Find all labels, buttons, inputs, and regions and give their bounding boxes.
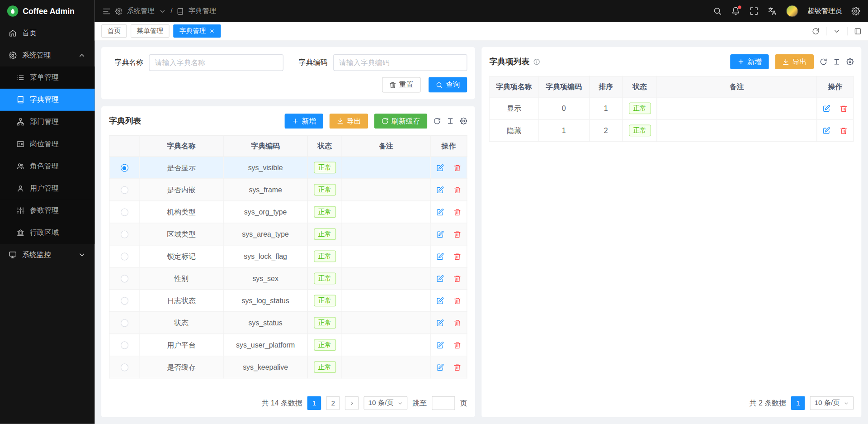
table-row[interactable]: 是否缓存 sys_keepalive 正常 — [109, 356, 467, 378]
delete-icon[interactable] — [840, 127, 848, 135]
table-row[interactable]: 区域类型 sys_area_type 正常 — [109, 223, 467, 245]
table-row[interactable]: 用户平台 sys_user_platform 正常 — [109, 334, 467, 356]
row-radio[interactable] — [120, 297, 128, 305]
chevron-down-icon[interactable] — [833, 28, 840, 35]
page-size-select[interactable]: 10 条/页 — [810, 396, 854, 410]
add-dict-item-button[interactable]: 新增 — [730, 54, 769, 69]
table-row[interactable]: 是否显示 sys_visible 正常 — [109, 157, 467, 179]
export-dict-items-button[interactable]: 导出 — [775, 54, 814, 69]
delete-icon[interactable] — [453, 297, 461, 305]
row-radio[interactable] — [120, 231, 128, 238]
row-radio[interactable] — [120, 364, 128, 372]
avatar[interactable] — [786, 5, 798, 17]
edit-icon[interactable] — [436, 297, 444, 305]
dict-name-input[interactable] — [149, 54, 283, 71]
refresh-icon[interactable] — [812, 28, 819, 35]
edit-icon[interactable] — [436, 164, 444, 172]
table-row[interactable]: 状态 sys_status 正常 — [109, 312, 467, 334]
tab-menu-management[interactable]: 菜单管理 — [131, 24, 170, 38]
notifications-button[interactable] — [731, 7, 740, 16]
layout-icon[interactable] — [854, 28, 861, 35]
collapse-sidebar-icon[interactable] — [103, 7, 111, 15]
edit-icon[interactable] — [436, 342, 444, 349]
sidebar-item-dept-management[interactable]: 部门管理 — [0, 111, 94, 133]
search-icon[interactable] — [713, 7, 722, 16]
table-row[interactable]: 锁定标记 sys_lock_flag 正常 — [109, 245, 467, 267]
sidebar-item-home[interactable]: 首页 — [0, 22, 94, 44]
sidebar-item-user-management[interactable]: 用户管理 — [0, 177, 94, 200]
page-button-1[interactable]: 1 — [307, 396, 321, 410]
remark-cell — [342, 179, 430, 201]
row-radio[interactable] — [120, 275, 128, 283]
fullscreen-icon[interactable] — [749, 7, 758, 16]
jump-page-input[interactable] — [432, 396, 455, 410]
edit-icon[interactable] — [436, 364, 444, 372]
sidebar-item-admin-region[interactable]: 行政区域 — [0, 222, 94, 244]
table-refresh-button[interactable] — [820, 58, 827, 66]
row-radio[interactable] — [120, 209, 128, 216]
edit-icon[interactable] — [436, 231, 444, 238]
row-radio[interactable] — [120, 186, 128, 194]
delete-icon[interactable] — [453, 275, 461, 283]
settings-gear-icon[interactable] — [851, 7, 860, 16]
translate-icon[interactable] — [768, 7, 777, 16]
dict-code-input[interactable] — [333, 54, 467, 71]
delete-icon[interactable] — [453, 319, 461, 327]
edit-icon[interactable] — [436, 209, 444, 216]
sidebar-item-menu-management[interactable]: 菜单管理 — [0, 67, 94, 89]
edit-icon[interactable] — [436, 186, 444, 194]
reset-button[interactable]: 重置 — [382, 77, 421, 92]
add-dict-button[interactable]: 新增 — [284, 114, 323, 129]
tab-dict-management[interactable]: 字典管理 — [173, 24, 221, 38]
breadcrumb-page[interactable]: 字典管理 — [189, 6, 216, 16]
tab-home[interactable]: 首页 — [101, 24, 127, 38]
table-settings-button[interactable] — [846, 58, 854, 66]
table-row[interactable]: 显示 0 1 正常 — [490, 97, 853, 119]
refresh-cache-button[interactable]: 刷新缓存 — [374, 114, 428, 129]
edit-icon[interactable] — [822, 127, 830, 135]
sidebar-item-role-management[interactable]: 角色管理 — [0, 155, 94, 177]
table-settings-button[interactable] — [460, 118, 467, 125]
export-dict-button[interactable]: 导出 — [330, 114, 368, 129]
username[interactable]: 超级管理员 — [807, 6, 842, 16]
breadcrumb-section[interactable]: 系统管理 — [127, 6, 154, 16]
edit-icon[interactable] — [822, 105, 830, 113]
list-icon — [17, 74, 24, 81]
delete-icon[interactable] — [453, 231, 461, 238]
table-row[interactable]: 性别 sys_sex 正常 — [109, 267, 467, 290]
edit-icon[interactable] — [436, 319, 444, 327]
query-button[interactable]: 查询 — [429, 77, 467, 92]
row-radio[interactable] — [120, 253, 128, 261]
sidebar-item-system-management[interactable]: 系统管理 — [0, 44, 94, 67]
row-radio[interactable] — [120, 164, 128, 172]
delete-icon[interactable] — [453, 253, 461, 261]
table-row[interactable]: 隐藏 1 2 正常 — [490, 119, 853, 142]
next-page-button[interactable] — [345, 396, 359, 410]
table-refresh-button[interactable] — [434, 118, 441, 125]
delete-icon[interactable] — [453, 342, 461, 349]
page-button-1[interactable]: 1 — [791, 396, 805, 410]
row-radio[interactable] — [120, 319, 128, 327]
close-icon[interactable] — [209, 28, 215, 33]
sidebar-item-param-management[interactable]: 参数管理 — [0, 200, 94, 222]
table-row[interactable]: 日志状态 sys_log_status 正常 — [109, 290, 467, 312]
edit-icon[interactable] — [436, 275, 444, 283]
page-size-select[interactable]: 10 条/页 — [364, 396, 408, 410]
delete-icon[interactable] — [453, 364, 461, 372]
tabbar-tools — [812, 27, 861, 35]
table-row[interactable]: 机构类型 sys_org_type 正常 — [109, 201, 467, 223]
delete-icon[interactable] — [840, 105, 848, 113]
delete-icon[interactable] — [453, 164, 461, 172]
table-density-button[interactable] — [447, 118, 454, 125]
table-row[interactable]: 是否内嵌 sys_frame 正常 — [109, 179, 467, 201]
sidebar-item-post-management[interactable]: 岗位管理 — [0, 133, 94, 155]
sidebar-item-dict-management[interactable]: 字典管理 — [0, 89, 94, 111]
delete-icon[interactable] — [453, 209, 461, 216]
delete-icon[interactable] — [453, 186, 461, 194]
sidebar-item-system-monitor[interactable]: 系统监控 — [0, 244, 94, 266]
dict-code-cell: sys_area_type — [223, 223, 307, 245]
table-density-button[interactable] — [833, 58, 840, 66]
row-radio[interactable] — [120, 342, 128, 349]
edit-icon[interactable] — [436, 253, 444, 261]
page-button-2[interactable]: 2 — [326, 396, 340, 410]
